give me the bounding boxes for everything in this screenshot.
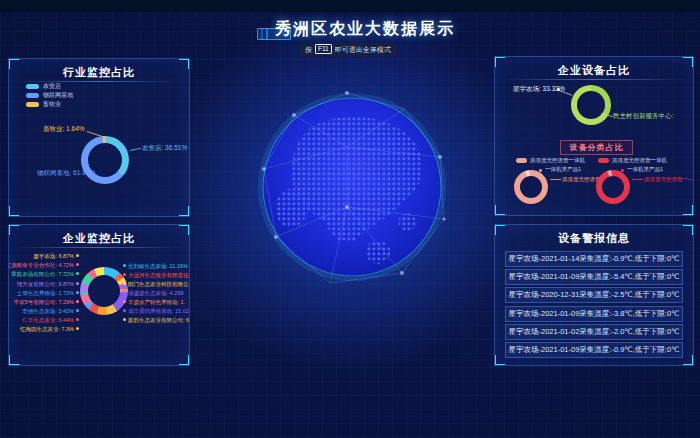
enterprise-label: 成丰蛋鸡养殖基地: 15.02% — [123, 308, 190, 315]
device-donut-chart[interactable] — [571, 85, 611, 125]
enterprise-label: 仁丰生态农业: 6.44% — [22, 317, 79, 324]
panel-industry-ratio: 行业监控占比 农资店 物联网基地 畜牧业 畜牧业: 1.64% 农资店: 36.… — [8, 58, 190, 217]
alarm-row: 星宇农场-2021-01-14采集温度:-0.9℃,低于下限:0℃ — [505, 251, 683, 267]
enterprise-label: 绿盛源生态农场: 4.299 — [123, 290, 183, 297]
enterprise-label: 中农5号有限公司: 7.29% — [14, 299, 79, 306]
alarm-row: 星宇农场-2021-01-09采集温度:-0.9℃,低于下限:0℃ — [505, 342, 683, 358]
panel-device-alarms: 设备警报信息 星宇农场-2021-01-14采集温度:-0.9℃,低于下限:0℃… — [494, 224, 694, 366]
enterprise-label: 士华生态养殖场: 1.72% — [17, 290, 79, 297]
enterprise-label: 新韵生态农业有限公司: 6.879 — [123, 317, 190, 324]
enterprise-label: 红旗粮食专业合作社: 4.72% — [8, 262, 79, 269]
device-callout-right: 民主村创新服务中心: — [613, 112, 673, 120]
divider — [501, 79, 687, 80]
sub-label: 一体机类产品1 — [545, 166, 581, 173]
legend-item[interactable]: 物联网基地 — [43, 92, 73, 99]
industry-callout: 农资店: 36.51% — [142, 144, 187, 152]
legend-item[interactable]: 温湿度光照语音一体机 — [530, 157, 585, 164]
panel-title: 企业监控占比 — [9, 231, 189, 246]
enterprise-label: 丰源水产特色养殖场: 1. — [123, 299, 185, 306]
device-callout-left: 星宇农场: 33.33% — [513, 85, 565, 93]
hint-prefix: 按 — [305, 46, 312, 53]
dashboard-root: 秀洲区农业大数据展示 按F11即可退出全屏模式 行业监控占比 农资店 物联网基地… — [0, 0, 700, 438]
enterprise-label: 红梅园生态农业: 7.3% — [20, 326, 79, 333]
leader-line — [632, 179, 643, 180]
f11-key-badge: F11 — [315, 44, 332, 54]
legend-item[interactable]: 农资店 — [43, 83, 61, 90]
enterprise-label: 李强生态农场: 3.42% — [22, 308, 79, 315]
alarm-row: 星宇农场-2021-01-09采集温度:-5.4℃,低于下限:0℃ — [505, 269, 683, 285]
enterprise-label: 北刘银生态农场: 11.16% — [123, 263, 188, 270]
enterprise-label: 阳门生态农业科技有限公 — [123, 281, 189, 288]
alarm-row: 星宇农场-2021-01-09采集温度:-3.8℃,低于下限:0℃ — [505, 306, 683, 322]
corner-accent — [494, 205, 505, 216]
panel-title: 企业设备占比 — [495, 63, 693, 78]
legend-swatch[interactable] — [26, 102, 39, 107]
panel-device-ratio: 企业设备占比 星宇农场: 33.33% 民主村创新服务中心: 设备分类占比 温湿… — [494, 56, 694, 216]
corner-accent — [494, 355, 505, 366]
industry-callout: 物联网基地: 61.85% — [37, 169, 95, 177]
panel-enterprise-ratio: 企业监控占比 星宇农场: 6.87% 红旗粮食专业合作社: 4.72% 家庭农场… — [8, 224, 190, 366]
corner-accent — [179, 206, 190, 217]
fullscreen-hint: 按F11即可退出全屏模式 — [300, 43, 396, 56]
globe-graphic — [252, 87, 452, 287]
corner-accent — [683, 355, 694, 366]
legend-swatch[interactable] — [26, 84, 39, 89]
sub-label: 一体机类产品1 — [627, 166, 663, 173]
class-callout-right: 温湿度光照语音一— — [644, 175, 694, 183]
corner-accent — [683, 205, 694, 216]
enterprise-donut-chart[interactable] — [80, 267, 128, 315]
corner-accent — [8, 355, 19, 366]
legend-swatch[interactable] — [516, 158, 527, 163]
enterprise-label: 翔升发有限公司: 6.87% — [17, 281, 79, 288]
legend-swatch[interactable] — [598, 158, 609, 163]
legend-swatch[interactable] — [26, 93, 39, 98]
corner-accent — [8, 206, 19, 217]
page-title: 秀洲区农业大数据展示 — [30, 19, 700, 40]
enterprise-label: 大运河生态牧业有限责任公 — [123, 272, 190, 279]
hint-suffix: 即可退出全屏模式 — [335, 46, 391, 53]
legend-item[interactable]: 畜牧业 — [43, 101, 61, 108]
top-strip — [0, 0, 700, 12]
donut-hole — [88, 275, 120, 307]
industry-callout: 畜牧业: 1.64% — [43, 125, 85, 133]
panel-title: 设备警报信息 — [495, 231, 693, 246]
donut-hole — [520, 176, 542, 198]
alarm-row: 星宇农场-2020-12-31采集温度:-2.5℃,低于下限:0℃ — [505, 287, 683, 303]
leader-line — [130, 148, 141, 151]
divider — [15, 81, 183, 82]
alarm-row: 星宇农场-2021-01-02采集温度:-2.0℃,低于下限:0℃ — [505, 324, 683, 340]
device-class-title: 设备分类占比 — [560, 140, 633, 155]
corner-accent — [179, 355, 190, 366]
class-donut-left[interactable] — [514, 170, 548, 204]
legend-item[interactable]: 温湿度光照语音一体机 — [612, 157, 667, 164]
class-donut-right[interactable] — [596, 170, 630, 204]
divider — [15, 247, 183, 248]
donut-hole — [577, 91, 605, 119]
panel-title: 行业监控占比 — [9, 65, 189, 80]
enterprise-label: 星宇农场: 6.87% — [33, 253, 79, 260]
enterprise-label: 家庭农场有限公司: 7.72% — [11, 271, 79, 278]
donut-hole — [602, 176, 624, 198]
leader-line — [550, 179, 561, 180]
